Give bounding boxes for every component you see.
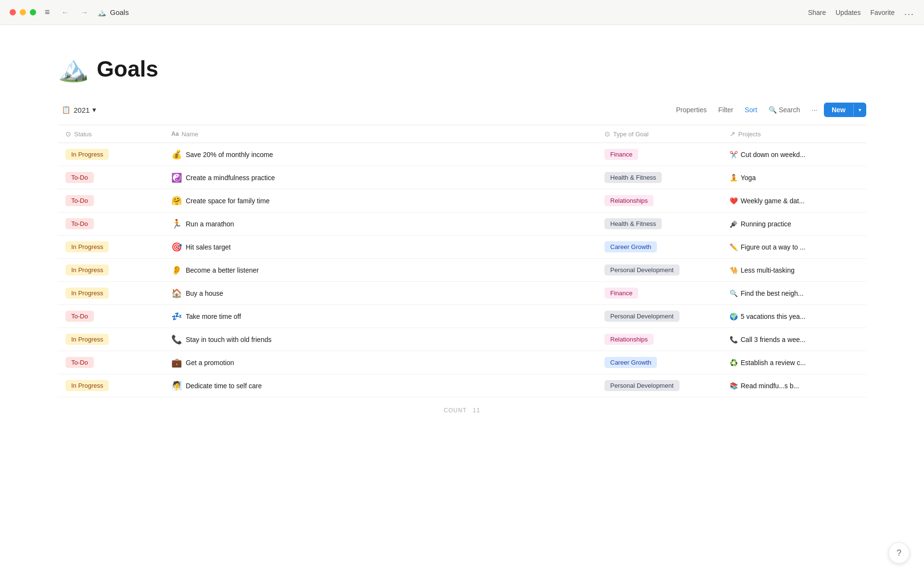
project-cell[interactable]: ✂️ Cut down on weekd... <box>722 146 866 163</box>
table-row[interactable]: In Progress 📞 Stay in touch with old fri… <box>58 328 866 351</box>
project-cell[interactable]: 🌍 5 vacations this yea... <box>722 308 866 325</box>
row-name: Create a mindfulness practice <box>186 174 275 182</box>
goals-table: ⊙ Status Aa Name ⊙ Type of Goal ↗ Projec… <box>58 125 866 423</box>
properties-button[interactable]: Properties <box>671 103 712 117</box>
table-row[interactable]: In Progress 💰 Save 20% of monthly income… <box>58 143 866 166</box>
project-emoji: 📞 <box>730 336 738 343</box>
status-cell: In Progress <box>58 375 164 396</box>
name-cell[interactable]: 📞 Stay in touch with old friends <box>164 329 597 350</box>
status-cell: To-Do <box>58 190 164 211</box>
status-cell: To-Do <box>58 352 164 373</box>
project-cell[interactable]: ✏️ Figure out a way to ... <box>722 238 866 256</box>
filter-button[interactable]: Filter <box>713 103 738 117</box>
type-cell: Career Growth <box>597 352 722 373</box>
row-emoji: 🏠 <box>171 288 182 299</box>
status-badge: In Progress <box>65 334 109 345</box>
table-row[interactable]: In Progress 🏠 Buy a house Finance 🔍 Find… <box>58 282 866 305</box>
row-emoji: 💰 <box>171 149 182 160</box>
name-cell[interactable]: 💰 Save 20% of monthly income <box>164 144 597 165</box>
maximize-dot[interactable] <box>30 9 36 15</box>
project-cell[interactable]: 🔍 Find the best neigh... <box>722 285 866 302</box>
table-row[interactable]: To-Do 💤 Take more time off Personal Deve… <box>58 305 866 328</box>
type-badge: Career Growth <box>604 241 657 252</box>
status-cell: To-Do <box>58 306 164 327</box>
type-badge: Health & Fitness <box>604 218 662 229</box>
project-cell[interactable]: ♻️ Establish a review c... <box>722 354 866 371</box>
type-cell: Relationships <box>597 190 722 211</box>
col-header-projects: ↗ Projects <box>722 125 866 143</box>
help-button[interactable]: ? <box>888 542 910 564</box>
project-cell[interactable]: 🐪 Less multi-tasking <box>722 262 866 279</box>
row-name: Run a marathon <box>186 220 234 228</box>
row-emoji: 🎯 <box>171 242 182 252</box>
new-dropdown-button[interactable]: ▾ <box>853 104 866 117</box>
page-icon: 🏔️ <box>58 54 89 83</box>
name-cell[interactable]: 🏠 Buy a house <box>164 283 597 303</box>
project-emoji: 🔍 <box>730 289 738 297</box>
name-cell[interactable]: 🧖 Dedicate time to self care <box>164 376 597 396</box>
row-name: Buy a house <box>186 289 223 297</box>
row-name: Stay in touch with old friends <box>186 336 271 343</box>
nav-back-button[interactable]: ← <box>59 6 72 19</box>
project-cell[interactable]: ❤️ Weekly game & dat... <box>722 192 866 210</box>
table-row[interactable]: In Progress 🎯 Hit sales target Career Gr… <box>58 236 866 259</box>
toolbar-more-button[interactable]: ··· <box>807 103 822 117</box>
project-name: Yoga <box>741 174 756 182</box>
row-emoji: 🧖 <box>171 381 182 391</box>
menu-button[interactable]: ≡ <box>42 5 53 19</box>
project-emoji: 🌍 <box>730 313 738 320</box>
name-cell[interactable]: 💤 Take more time off <box>164 306 597 327</box>
row-emoji: 💤 <box>171 311 182 322</box>
name-cell[interactable]: 🏃 Run a marathon <box>164 214 597 234</box>
table-row[interactable]: In Progress 🧖 Dedicate time to self care… <box>58 374 866 397</box>
project-cell[interactable]: 🧘 Yoga <box>722 169 866 186</box>
name-cell[interactable]: 💼 Get a promotion <box>164 353 597 373</box>
type-badge: Career Growth <box>604 357 657 368</box>
type-badge: Relationships <box>604 334 654 345</box>
new-button[interactable]: New <box>824 103 853 117</box>
name-cell[interactable]: 👂 Become a better listener <box>164 260 597 280</box>
type-col-label: Type of Goal <box>613 131 649 138</box>
project-name: Find the best neigh... <box>741 289 804 297</box>
row-name: Take more time off <box>186 313 241 320</box>
view-selector-button[interactable]: 📋 2021 ▾ <box>58 104 100 116</box>
close-dot[interactable] <box>10 9 16 15</box>
type-cell: Health & Fitness <box>597 213 722 234</box>
titlebar-left: ≡ ← → 🏔️ Goals <box>10 5 129 19</box>
row-emoji: 🏃 <box>171 219 182 229</box>
project-cell[interactable]: 📞 Call 3 friends a wee... <box>722 331 866 348</box>
name-cell[interactable]: ☯️ Create a mindfulness practice <box>164 168 597 188</box>
table-row[interactable]: To-Do 💼 Get a promotion Career Growth ♻️… <box>58 351 866 374</box>
sort-button[interactable]: Sort <box>740 103 762 117</box>
share-button[interactable]: Share <box>808 9 826 16</box>
table-row[interactable]: To-Do 🤗 Create space for family time Rel… <box>58 189 866 212</box>
project-name: Weekly game & dat... <box>741 197 805 205</box>
status-badge: To-Do <box>65 357 94 368</box>
updates-button[interactable]: Updates <box>835 9 860 16</box>
table-header: ⊙ Status Aa Name ⊙ Type of Goal ↗ Projec… <box>58 125 866 143</box>
nav-forward-button[interactable]: → <box>78 6 91 19</box>
project-emoji: ✏️ <box>730 243 738 251</box>
table-row[interactable]: In Progress 👂 Become a better listener P… <box>58 259 866 282</box>
project-cell[interactable]: 🪮 Running practice <box>722 215 866 233</box>
name-cell[interactable]: 🎯 Hit sales target <box>164 237 597 257</box>
project-name: Cut down on weekd... <box>741 151 806 158</box>
view-chevron-icon: ▾ <box>92 105 96 114</box>
favorite-button[interactable]: Favorite <box>870 9 895 16</box>
search-button[interactable]: 🔍 Search <box>764 103 805 117</box>
status-col-label: Status <box>74 131 92 138</box>
titlebar-page-name: Goals <box>110 8 129 16</box>
more-button[interactable]: ... <box>904 7 914 17</box>
status-cell: In Progress <box>58 144 164 165</box>
status-badge: To-Do <box>65 218 94 229</box>
type-cell: Personal Development <box>597 306 722 327</box>
page-title: Goals <box>97 56 158 82</box>
type-col-icon: ⊙ <box>604 130 610 138</box>
row-name: Save 20% of monthly income <box>186 151 273 158</box>
table-row[interactable]: To-Do ☯️ Create a mindfulness practice H… <box>58 166 866 189</box>
name-cell[interactable]: 🤗 Create space for family time <box>164 191 597 211</box>
project-cell[interactable]: 📚 Read mindfu...s b... <box>722 377 866 394</box>
table-row[interactable]: To-Do 🏃 Run a marathon Health & Fitness … <box>58 212 866 236</box>
projects-col-label: Projects <box>738 131 761 138</box>
minimize-dot[interactable] <box>20 9 26 15</box>
